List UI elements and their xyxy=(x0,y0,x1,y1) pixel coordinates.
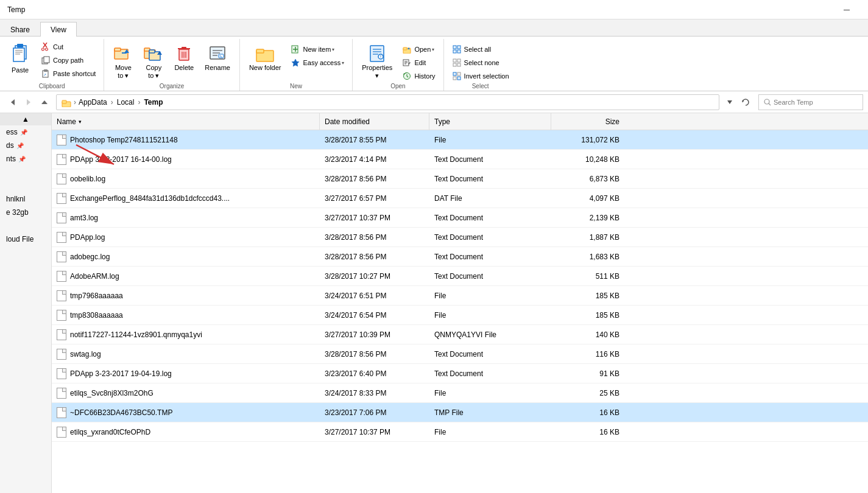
file-icon xyxy=(57,251,66,262)
table-row[interactable]: adobegc.log 3/28/2017 8:56 PM Text Docum… xyxy=(52,247,868,267)
rename-button[interactable]: ✎ Rename xyxy=(199,40,236,82)
sidebar-item-nts[interactable]: nts 📌 xyxy=(0,152,51,166)
table-row[interactable]: tmp8308aaaaaa 3/24/2017 6:54 PM File 185… xyxy=(52,306,868,325)
tab-bar: Share View xyxy=(0,19,868,37)
address-breadcrumb[interactable]: › AppData › Local › Temp xyxy=(56,94,719,110)
properties-button[interactable]: Properties▾ xyxy=(356,40,398,82)
svg-marker-41 xyxy=(292,59,299,66)
file-name-cell: PDApp 3-23-2017 19-04-19.log xyxy=(52,368,320,379)
sidebar-item-hnlknl[interactable]: hnlknl xyxy=(0,192,51,206)
file-name-cell: swtag.log xyxy=(52,349,320,360)
table-row[interactable]: notif117227-11244-1vz8901.qnmyqa1yvi 3/2… xyxy=(52,325,868,344)
history-icon xyxy=(402,71,412,81)
col-name[interactable]: Name ▾ xyxy=(52,113,320,130)
rename-label: Rename xyxy=(205,64,230,72)
col-date[interactable]: Date modified xyxy=(320,113,429,130)
file-icon xyxy=(57,212,66,223)
file-type: File xyxy=(429,428,551,436)
sidebar-item-blank3[interactable] xyxy=(0,219,51,233)
svg-text:↗: ↗ xyxy=(43,73,46,77)
minimize-button[interactable]: — xyxy=(833,0,861,19)
paste-button[interactable]: Paste xyxy=(4,40,37,82)
table-row[interactable]: PDApp 3-23-2017 19-04-19.log 3/23/2017 6… xyxy=(52,364,868,383)
delete-button[interactable]: Delete xyxy=(169,40,199,82)
sidebar-item-blank2[interactable] xyxy=(0,179,51,192)
file-icon xyxy=(57,232,66,243)
file-size: 16 KB xyxy=(551,428,624,436)
svg-rect-13 xyxy=(44,69,48,72)
sidebar-item-label: e 32gb xyxy=(6,208,29,217)
col-size[interactable]: Size xyxy=(551,113,624,130)
file-date: 3/27/2017 6:57 PM xyxy=(320,194,429,203)
move-to-button[interactable]: Moveto ▾ xyxy=(108,40,138,82)
nav-back-button[interactable] xyxy=(5,94,21,110)
tab-share[interactable]: Share xyxy=(0,22,40,37)
file-icon xyxy=(57,310,66,321)
svg-rect-74 xyxy=(62,100,66,103)
table-row[interactable]: PDApp.log 3/28/2017 8:56 PM Text Documen… xyxy=(52,228,868,247)
paste-icon xyxy=(9,43,31,65)
sidebar-item-label: hnlknl xyxy=(6,195,25,203)
file-size: 6,873 KB xyxy=(551,175,624,183)
table-row[interactable]: etilqs_yxrand0tCfeOPhD 3/27/2017 10:37 P… xyxy=(52,422,868,442)
file-name-cell: notif117227-11244-1vz8901.qnmyqa1yvi xyxy=(52,329,320,340)
breadcrumb-part2[interactable]: Local xyxy=(117,98,135,107)
ribbon-group-open: Properties▾ Open ▾ xyxy=(353,39,443,91)
file-name-cell: PDApp.log xyxy=(52,232,320,243)
search-input[interactable] xyxy=(774,99,858,106)
file-list-container[interactable]: Name ▾ Date modified Type Size Photoshop… xyxy=(52,113,868,493)
sidebar-item-ds[interactable]: ds 📌 xyxy=(0,139,51,152)
file-name: ExchangePerflog_8484fa31d136db1dcfcccd43… xyxy=(70,194,230,203)
table-row[interactable]: oobelib.log 3/28/2017 8:56 PM Text Docum… xyxy=(52,169,868,189)
copy-path-button[interactable]: Copy path xyxy=(37,54,100,67)
sidebar-item-ess[interactable]: ess 📌 xyxy=(0,125,51,139)
breadcrumb-part1[interactable]: AppData xyxy=(79,98,107,107)
svg-rect-67 xyxy=(457,72,460,75)
invert-selection-button[interactable]: Invert selection xyxy=(448,69,513,83)
copy-to-button[interactable]: Copyto ▾ xyxy=(138,40,169,82)
sidebar-scroll-up[interactable]: ▲ xyxy=(0,113,51,125)
table-row[interactable]: ~DFC66B23DA4673BC50.TMP 3/23/2017 7:06 P… xyxy=(52,403,868,422)
table-row[interactable]: ExchangePerflog_8484fa31d136db1dcfcccd43… xyxy=(52,189,868,208)
edit-button[interactable]: Edit xyxy=(398,56,439,69)
open-button[interactable]: Open ▾ xyxy=(398,43,439,56)
cut-button[interactable]: Cut xyxy=(37,40,100,54)
file-name-cell: ExchangePerflog_8484fa31d136db1dcfcccd43… xyxy=(52,193,320,204)
table-row[interactable]: swtag.log 3/28/2017 8:56 PM Text Documen… xyxy=(52,344,868,364)
select-all-button[interactable]: Select all xyxy=(448,43,513,56)
sidebar-item-loud-file[interactable]: loud File xyxy=(0,233,51,246)
new-folder-button[interactable]: New folder xyxy=(244,40,287,82)
address-dropdown-button[interactable] xyxy=(722,94,738,110)
history-button[interactable]: History xyxy=(398,69,439,83)
table-row[interactable]: etilqs_Svc8nj8Xl3m2OhG 3/24/2017 8:33 PM… xyxy=(52,383,868,403)
table-row[interactable]: tmp7968aaaaaa 3/24/2017 6:51 PM File 185… xyxy=(52,286,868,306)
svg-rect-4 xyxy=(15,52,23,53)
table-row[interactable]: Photoshop Temp2748111521148 3/28/2017 8:… xyxy=(52,130,868,150)
file-type: Text Document xyxy=(429,233,551,242)
search-bar[interactable] xyxy=(758,94,863,110)
pin-icon: 📌 xyxy=(18,156,26,163)
file-icon xyxy=(57,407,66,418)
pin-icon: 📌 xyxy=(16,142,24,149)
table-row[interactable]: AdobeARM.log 3/28/2017 10:27 PM Text Doc… xyxy=(52,267,868,286)
select-all-icon xyxy=(452,44,462,54)
nav-up-button[interactable] xyxy=(37,94,52,110)
col-type[interactable]: Type xyxy=(429,113,551,130)
new-item-button[interactable]: New item ▾ xyxy=(286,43,348,56)
nav-forward-button[interactable] xyxy=(21,94,37,110)
sidebar-item-e32gb[interactable]: e 32gb xyxy=(0,206,51,219)
file-type: File xyxy=(429,136,551,144)
table-row[interactable]: amt3.log 3/27/2017 10:37 PM Text Documen… xyxy=(52,208,868,228)
window-title: Temp xyxy=(7,5,25,14)
sidebar-item-blank1[interactable] xyxy=(0,166,51,179)
paste-shortcut-button[interactable]: ↗ Paste shortcut xyxy=(37,67,100,80)
refresh-button[interactable] xyxy=(738,94,753,110)
tab-view[interactable]: View xyxy=(40,22,77,37)
easy-access-button[interactable]: Easy access ▾ xyxy=(286,56,348,69)
file-icon xyxy=(57,135,66,145)
breadcrumb-part3[interactable]: Temp xyxy=(144,98,163,107)
file-name: amt3.log xyxy=(70,214,98,222)
file-date: 3/28/2017 8:56 PM xyxy=(320,253,429,261)
select-none-button[interactable]: Select none xyxy=(448,56,513,69)
table-row[interactable]: PDApp 3-23-2017 16-14-00.log 3/23/2017 4… xyxy=(52,150,868,169)
